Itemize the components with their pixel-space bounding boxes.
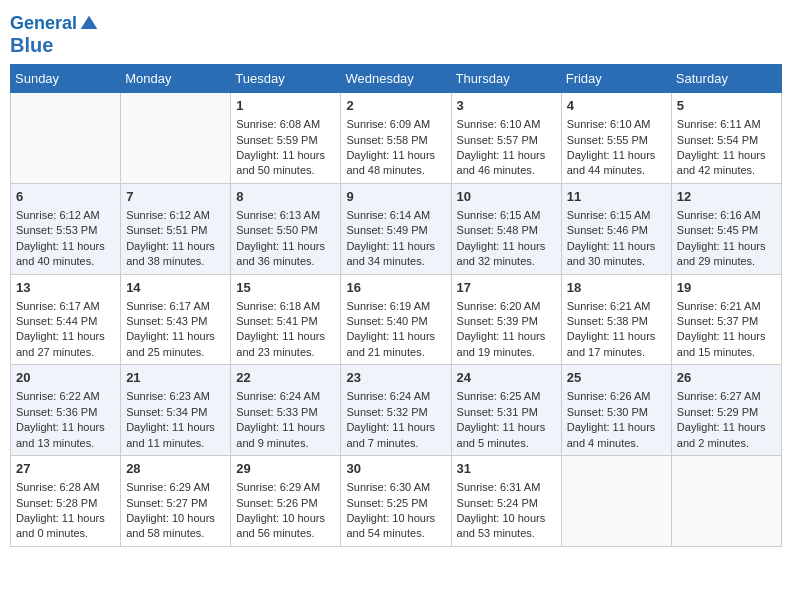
sunrise-text: Sunrise: 6:29 AM (126, 480, 225, 495)
calendar-cell: 6Sunrise: 6:12 AMSunset: 5:53 PMDaylight… (11, 183, 121, 274)
sunrise-text: Sunrise: 6:20 AM (457, 299, 556, 314)
sunset-text: Sunset: 5:27 PM (126, 496, 225, 511)
sunset-text: Sunset: 5:40 PM (346, 314, 445, 329)
sunrise-text: Sunrise: 6:15 AM (567, 208, 666, 223)
day-number: 16 (346, 279, 445, 297)
day-number: 11 (567, 188, 666, 206)
sunset-text: Sunset: 5:50 PM (236, 223, 335, 238)
sunset-text: Sunset: 5:28 PM (16, 496, 115, 511)
day-number: 27 (16, 460, 115, 478)
calendar-cell (11, 93, 121, 184)
daylight-text: Daylight: 11 hours and 34 minutes. (346, 239, 445, 270)
daylight-text: Daylight: 11 hours and 17 minutes. (567, 329, 666, 360)
calendar-cell: 25Sunrise: 6:26 AMSunset: 5:30 PMDayligh… (561, 365, 671, 456)
sunset-text: Sunset: 5:49 PM (346, 223, 445, 238)
sunrise-text: Sunrise: 6:12 AM (16, 208, 115, 223)
calendar-cell: 8Sunrise: 6:13 AMSunset: 5:50 PMDaylight… (231, 183, 341, 274)
sunset-text: Sunset: 5:55 PM (567, 133, 666, 148)
day-number: 17 (457, 279, 556, 297)
sunset-text: Sunset: 5:39 PM (457, 314, 556, 329)
daylight-text: Daylight: 11 hours and 13 minutes. (16, 420, 115, 451)
calendar-week-row: 13Sunrise: 6:17 AMSunset: 5:44 PMDayligh… (11, 274, 782, 365)
daylight-text: Daylight: 11 hours and 11 minutes. (126, 420, 225, 451)
day-number: 10 (457, 188, 556, 206)
sunrise-text: Sunrise: 6:16 AM (677, 208, 776, 223)
sunrise-text: Sunrise: 6:30 AM (346, 480, 445, 495)
sunrise-text: Sunrise: 6:25 AM (457, 389, 556, 404)
calendar-week-row: 6Sunrise: 6:12 AMSunset: 5:53 PMDaylight… (11, 183, 782, 274)
sunset-text: Sunset: 5:57 PM (457, 133, 556, 148)
sunset-text: Sunset: 5:31 PM (457, 405, 556, 420)
sunrise-text: Sunrise: 6:15 AM (457, 208, 556, 223)
calendar-cell (121, 93, 231, 184)
calendar-cell: 3Sunrise: 6:10 AMSunset: 5:57 PMDaylight… (451, 93, 561, 184)
day-number: 19 (677, 279, 776, 297)
sunrise-text: Sunrise: 6:22 AM (16, 389, 115, 404)
sunrise-text: Sunrise: 6:18 AM (236, 299, 335, 314)
calendar-cell: 12Sunrise: 6:16 AMSunset: 5:45 PMDayligh… (671, 183, 781, 274)
day-number: 5 (677, 97, 776, 115)
sunrise-text: Sunrise: 6:17 AM (16, 299, 115, 314)
sunset-text: Sunset: 5:46 PM (567, 223, 666, 238)
day-number: 25 (567, 369, 666, 387)
day-number: 8 (236, 188, 335, 206)
calendar-cell: 27Sunrise: 6:28 AMSunset: 5:28 PMDayligh… (11, 456, 121, 547)
calendar-cell: 1Sunrise: 6:08 AMSunset: 5:59 PMDaylight… (231, 93, 341, 184)
sunrise-text: Sunrise: 6:10 AM (457, 117, 556, 132)
calendar-cell: 23Sunrise: 6:24 AMSunset: 5:32 PMDayligh… (341, 365, 451, 456)
daylight-text: Daylight: 11 hours and 42 minutes. (677, 148, 776, 179)
calendar-cell: 13Sunrise: 6:17 AMSunset: 5:44 PMDayligh… (11, 274, 121, 365)
calendar-cell: 21Sunrise: 6:23 AMSunset: 5:34 PMDayligh… (121, 365, 231, 456)
day-number: 20 (16, 369, 115, 387)
sunrise-text: Sunrise: 6:13 AM (236, 208, 335, 223)
logo-blue-text: Blue (10, 34, 99, 56)
daylight-text: Daylight: 11 hours and 21 minutes. (346, 329, 445, 360)
calendar-cell (561, 456, 671, 547)
day-number: 1 (236, 97, 335, 115)
weekday-header-sunday: Sunday (11, 65, 121, 93)
sunset-text: Sunset: 5:37 PM (677, 314, 776, 329)
calendar-week-row: 1Sunrise: 6:08 AMSunset: 5:59 PMDaylight… (11, 93, 782, 184)
calendar-cell: 5Sunrise: 6:11 AMSunset: 5:54 PMDaylight… (671, 93, 781, 184)
calendar-cell: 9Sunrise: 6:14 AMSunset: 5:49 PMDaylight… (341, 183, 451, 274)
day-number: 23 (346, 369, 445, 387)
daylight-text: Daylight: 11 hours and 15 minutes. (677, 329, 776, 360)
daylight-text: Daylight: 11 hours and 46 minutes. (457, 148, 556, 179)
daylight-text: Daylight: 11 hours and 36 minutes. (236, 239, 335, 270)
weekday-header-wednesday: Wednesday (341, 65, 451, 93)
daylight-text: Daylight: 11 hours and 5 minutes. (457, 420, 556, 451)
daylight-text: Daylight: 11 hours and 7 minutes. (346, 420, 445, 451)
sunrise-text: Sunrise: 6:26 AM (567, 389, 666, 404)
sunset-text: Sunset: 5:33 PM (236, 405, 335, 420)
svg-marker-0 (81, 16, 98, 29)
day-number: 30 (346, 460, 445, 478)
daylight-text: Daylight: 11 hours and 50 minutes. (236, 148, 335, 179)
sunrise-text: Sunrise: 6:17 AM (126, 299, 225, 314)
sunset-text: Sunset: 5:58 PM (346, 133, 445, 148)
daylight-text: Daylight: 11 hours and 0 minutes. (16, 511, 115, 542)
sunrise-text: Sunrise: 6:14 AM (346, 208, 445, 223)
daylight-text: Daylight: 10 hours and 56 minutes. (236, 511, 335, 542)
sunrise-text: Sunrise: 6:09 AM (346, 117, 445, 132)
sunrise-text: Sunrise: 6:10 AM (567, 117, 666, 132)
sunrise-text: Sunrise: 6:29 AM (236, 480, 335, 495)
sunrise-text: Sunrise: 6:12 AM (126, 208, 225, 223)
calendar-cell: 30Sunrise: 6:30 AMSunset: 5:25 PMDayligh… (341, 456, 451, 547)
sunset-text: Sunset: 5:51 PM (126, 223, 225, 238)
sunset-text: Sunset: 5:34 PM (126, 405, 225, 420)
sunset-text: Sunset: 5:44 PM (16, 314, 115, 329)
daylight-text: Daylight: 11 hours and 4 minutes. (567, 420, 666, 451)
sunset-text: Sunset: 5:53 PM (16, 223, 115, 238)
logo-text: General (10, 14, 77, 34)
day-number: 6 (16, 188, 115, 206)
calendar-cell: 14Sunrise: 6:17 AMSunset: 5:43 PMDayligh… (121, 274, 231, 365)
sunset-text: Sunset: 5:38 PM (567, 314, 666, 329)
sunrise-text: Sunrise: 6:23 AM (126, 389, 225, 404)
day-number: 4 (567, 97, 666, 115)
day-number: 22 (236, 369, 335, 387)
sunset-text: Sunset: 5:48 PM (457, 223, 556, 238)
calendar-cell: 28Sunrise: 6:29 AMSunset: 5:27 PMDayligh… (121, 456, 231, 547)
calendar-table: SundayMondayTuesdayWednesdayThursdayFrid… (10, 64, 782, 547)
sunrise-text: Sunrise: 6:08 AM (236, 117, 335, 132)
sunset-text: Sunset: 5:24 PM (457, 496, 556, 511)
